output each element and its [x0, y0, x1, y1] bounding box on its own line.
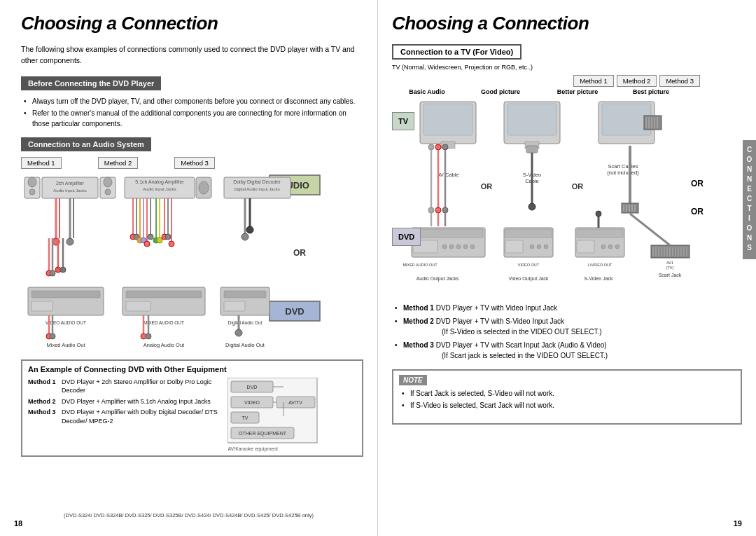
svg-rect-71 [224, 291, 266, 298]
svg-point-155 [544, 245, 548, 249]
svg-point-83 [235, 329, 242, 336]
col-headers: Basic Audio Good picture Better picture … [392, 88, 742, 95]
tv-section-header: Connection to a TV (For Video) [392, 44, 522, 60]
svg-point-3 [28, 177, 36, 187]
svg-point-51 [157, 238, 162, 243]
svg-rect-72 [224, 301, 245, 311]
svg-text:AV/TV: AV/TV [289, 400, 303, 405]
svg-point-154 [537, 245, 541, 249]
note-box: NOTE If Scart Jack is selected, S-Video … [392, 369, 742, 425]
svg-text:Digital Audio Out: Digital Audio Out [228, 320, 262, 326]
tv-method3-num: Method 3 [403, 341, 434, 349]
svg-text:Scart Jack: Scart Jack [659, 273, 682, 277]
intro-text: The following show examples of connectio… [21, 44, 357, 67]
svg-point-127 [428, 207, 434, 213]
audio-system-header: Connection to an Audio System [21, 137, 151, 151]
right-method2: Method 2 [617, 75, 657, 87]
method-num: Method 1 [28, 378, 59, 395]
or-label-right: OR [691, 179, 704, 188]
svg-point-77 [50, 334, 55, 339]
svg-text:(TV): (TV) [666, 266, 674, 270]
svg-text:DVD: DVD [247, 385, 258, 390]
svg-text:S-Video Jack: S-Video Jack [584, 276, 613, 281]
svg-text:OR: OR [293, 248, 306, 258]
svg-text:TV: TV [242, 415, 248, 420]
right-page-number: 19 [734, 519, 742, 528]
copyright-text: (DVD-S324/ DVD-S324B/ DVD-S325/ DVD-S325… [64, 512, 314, 518]
svg-text:MIXED AUDIO OUT: MIXED AUDIO OUT [144, 320, 184, 325]
svg-rect-64 [31, 301, 52, 311]
svg-rect-110 [526, 146, 538, 153]
svg-point-105 [435, 144, 441, 150]
svg-rect-113 [644, 116, 662, 130]
svg-point-54 [169, 241, 174, 247]
svg-text:VIDEO OUT: VIDEO OUT [518, 263, 540, 267]
before-connecting-header: Before Connecting the DVD Player [21, 76, 161, 90]
method-label-row: Method 1 Method 2 Method 3 [21, 157, 363, 169]
svg-text:Audio Output Jacks: Audio Output Jacks [416, 276, 459, 282]
method-text: DVD Player + Amplifier with 5.1ch Analog… [62, 397, 211, 406]
note-list: If Scart Jack is selected, S-Video will … [399, 388, 735, 411]
svg-text:Mixed Audio Out: Mixed Audio Out [46, 342, 85, 348]
tv-diagram-svg: AV Cable S-Video Cable Scart Cables (not… [392, 98, 714, 301]
svg-line-189 [630, 214, 670, 245]
right-page-title: Choosing a Connection [392, 13, 742, 34]
tv-dvd-diagram: TV OR OR DVD [392, 98, 742, 301]
svg-point-188 [596, 211, 601, 217]
svg-point-145 [449, 245, 454, 249]
dvd-label: DVD [392, 228, 421, 246]
svg-point-162 [615, 245, 620, 249]
svg-point-81 [146, 334, 151, 339]
example-diagram: DVD VIDEO TV AV/TV OTHER EQUIPMENT AV/Ka… [227, 378, 356, 451]
tv-subtitle: TV (Normal, Widescreen, Projection or RG… [392, 64, 742, 71]
svg-point-10 [105, 189, 111, 195]
left-page-title: Choosing a Connection [21, 13, 363, 34]
note-item1: If Scart Jack is selected, S-Video will … [402, 388, 735, 399]
audio-connection-diagram: AUDIO 2ch Amplifier Audio Input Jacks 5.… [21, 172, 329, 354]
svg-text:Dolby Digital Decoder: Dolby Digital Decoder [233, 179, 281, 185]
svg-point-4 [29, 189, 35, 195]
svg-point-48 [144, 241, 150, 247]
tv-method2-num: Method 2 [403, 317, 434, 325]
svg-point-106 [442, 144, 448, 150]
method-text: DVD Player + Amplifier with Dolby Digita… [62, 408, 220, 425]
method2-label: Method 2 [98, 157, 139, 169]
tv-method-list: Method 1 DVD Player + TV with Video Inpu… [392, 303, 742, 361]
or-label-right2: OR [691, 207, 704, 217]
before-connecting-list: Always turn off the DVD player, TV, and … [21, 96, 363, 129]
svg-point-58 [246, 226, 253, 233]
example-header: An Example of Connecting DVD with Other … [28, 365, 356, 373]
method-num: Method 3 [28, 408, 59, 425]
left-page: Choosing a Connection The following show… [0, 0, 378, 536]
svg-text:OR: OR [481, 182, 493, 191]
svg-rect-133 [622, 203, 638, 213]
svg-rect-151 [505, 229, 552, 238]
svg-text:Digital Audio Input Jacks: Digital Audio Input Jacks [234, 187, 279, 191]
svg-point-9 [104, 177, 112, 187]
svg-text:OR: OR [572, 182, 584, 191]
svg-point-160 [601, 245, 606, 249]
svg-point-53 [165, 234, 171, 240]
svg-text:5.1ch Analog Amplifier: 5.1ch Analog Amplifier [135, 179, 184, 185]
col-best-picture: Best picture [616, 88, 686, 95]
svg-point-128 [435, 207, 441, 213]
svg-point-129 [442, 207, 448, 213]
col-better-picture: Better picture [539, 88, 616, 95]
svg-text:VIDEO: VIDEO [245, 400, 260, 405]
method-item: Method 3 DVD Player + Amplifier with Dol… [28, 408, 220, 425]
right-method-labels-row: Method 1 Method 2 Method 3 [392, 75, 700, 87]
method1-label: Method 1 [21, 157, 62, 169]
dvd-box: DVD [392, 228, 421, 246]
svg-text:L/VIDEO OUT: L/VIDEO OUT [588, 263, 612, 267]
svg-point-147 [463, 245, 468, 249]
svg-point-146 [456, 245, 461, 249]
svg-point-22 [66, 238, 74, 245]
method-item: Method 2 DVD Player + Amplifier with 5.1… [28, 397, 220, 406]
method-list: Method 1 DVD Player + 2ch Stereo Amplifi… [28, 378, 220, 428]
svg-text:2ch Amplifier: 2ch Amplifier [56, 181, 85, 186]
svg-text:MIXED AUDIO OUT: MIXED AUDIO OUT [402, 263, 438, 267]
method-item: Method 1 DVD Player + 2ch Stereo Amplifi… [28, 378, 220, 395]
before-connecting-section: Before Connecting the DVD Player Always … [21, 76, 363, 129]
svg-point-57 [241, 233, 248, 240]
example-section: An Example of Connecting DVD with Other … [21, 359, 363, 457]
